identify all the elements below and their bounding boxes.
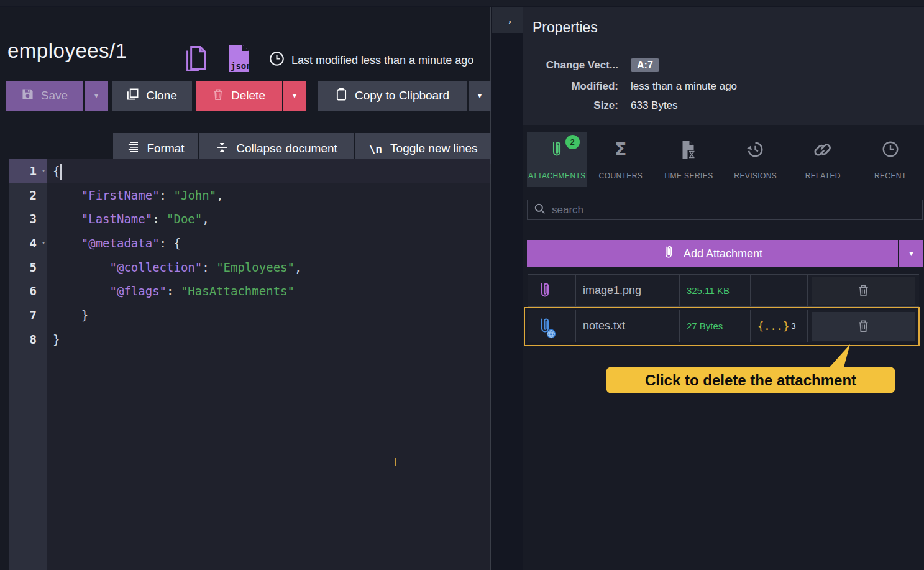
document-editor-section: employees/1 json Last modified less than… [0,7,491,570]
clipboard-icon [336,88,347,104]
tab-attachments[interactable]: ATTACHMENTS2 [527,132,587,187]
collapse-properties-panel-button[interactable]: → [492,7,523,33]
code-lines[interactable]: { "FirstName": "John", "LastName": "Doe"… [47,159,490,570]
save-button[interactable]: Save [6,81,83,111]
floppy-disk-icon [22,88,34,103]
code-line[interactable]: "LastName": "Doe", [47,207,490,231]
attachment-row[interactable]: notes.txt27 Bytes{...}3 [528,310,919,342]
properties-title: Properties [533,19,598,36]
json-code-editor[interactable]: 1▾234▾5678 { "FirstName": "John", "LastN… [0,159,490,570]
fold-caret-icon[interactable]: ▾ [42,159,45,183]
tab-label: RECENT [874,172,907,180]
change-vector-row: Change Vect... A:7 [533,59,918,71]
line-number: 1▾ [9,159,47,183]
properties-block: Properties Change Vect... A:7 Modified: … [523,7,924,125]
document-id-title: employees/1 [7,39,127,63]
paperclip-icon [549,140,564,162]
line-number: 7 [9,303,47,328]
tab-label: ATTACHMENTS [528,172,586,180]
attachment-search[interactable] [527,200,923,220]
clock-icon [269,51,285,70]
chevron-down-icon: ▾ [293,91,296,100]
code-line[interactable]: "FirstName": "John", [47,183,490,208]
paperclip-icon [662,244,675,264]
attachments-table: image1.png325.11 KBnotes.txt27 Bytes{...… [528,274,919,342]
gutter-lines: 1▾234▾5678 [9,159,47,570]
chevron-down-icon: ▾ [94,91,98,100]
line-number: 5 [9,255,47,280]
attachment-flags [750,275,807,306]
tab-label: REVISIONS [734,172,777,180]
document-view: employees/1 json Last modified less than… [0,0,924,570]
attachment-paperclip-icon [528,310,575,342]
code-line[interactable]: "@metadata": { [47,231,490,255]
trash-icon [213,88,224,104]
sigma-icon: Σ [615,140,626,159]
attachments-count-badge: 2 [565,135,580,149]
properties-panel: Properties Change Vect... A:7 Modified: … [523,7,924,570]
attachment-flags: {...}3 [750,310,807,342]
delete-attachment-button[interactable] [812,312,915,341]
text-cursor [60,164,62,180]
tab-related[interactable]: RELATED [789,132,856,187]
chevron-down-icon: ▾ [909,249,913,258]
fold-caret-icon[interactable]: ▾ [42,231,45,255]
last-modified-status: Last modified less than a minute ago [269,51,473,70]
code-line[interactable]: "@collection": "Employees", [47,255,490,280]
editor-cursor-artifact [395,458,396,466]
link-icon [814,140,832,161]
change-vector-badge[interactable]: A:7 [631,58,659,72]
code-line[interactable]: } [47,303,490,328]
tab-revisions[interactable]: REVISIONS [722,132,789,187]
arrow-right-icon: → [501,12,514,27]
json-file-icon: json [227,44,250,76]
revisions-icon [746,140,764,161]
clone-button[interactable]: Clone [112,81,192,111]
line-number: 2 [9,183,47,208]
copy-document-id-icon[interactable] [184,45,208,75]
tab-label: TIME SERIES [663,172,713,180]
attachment-row[interactable]: image1.png325.11 KB [528,274,919,307]
attachment-paperclip-icon [528,275,575,306]
line-number: 3 [9,207,47,231]
tab-time-series[interactable]: TIME SERIES [654,132,721,187]
delete-document-button[interactable]: Delete [196,81,282,111]
tab-recent[interactable]: RECENT [857,132,924,187]
divider [533,45,919,45]
newline-icon: \n [368,142,382,155]
code-line[interactable]: "@flags": "HasAttachments" [47,279,490,303]
modified-row: Modified: less than a minute ago [533,80,918,93]
attachment-size: 27 Bytes [679,310,750,342]
add-attachment-options-caret[interactable]: ▾ [899,240,923,267]
panel-tabs: ATTACHMENTS2ΣCOUNTERSTIME SERIESREVISION… [523,132,924,187]
line-number: 4▾ [9,231,47,255]
search-input[interactable] [552,204,900,216]
attachment-size: 325.11 KB [679,275,750,306]
timeseries-icon [680,140,696,162]
code-line[interactable]: { [47,159,490,183]
delete-attachment-callout: Click to delete the attachment [606,367,895,393]
tab-label: COUNTERS [599,172,643,180]
copy-options-caret[interactable]: ▾ [469,81,491,111]
top-bar [0,0,924,6]
clock-icon [882,140,899,160]
attachment-name[interactable]: image1.png [575,275,679,306]
size-row: Size: 633 Bytes [533,99,918,112]
globe-badge-icon [546,329,556,341]
tab-label: RELATED [805,172,841,180]
add-attachment-button[interactable]: Add Attachment [527,240,898,267]
save-options-caret[interactable]: ▾ [85,81,108,111]
code-line[interactable]: } [47,328,490,352]
attachment-name[interactable]: notes.txt [575,310,679,342]
chevron-down-icon: ▾ [478,91,482,100]
delete-attachment-button[interactable] [812,277,915,305]
tab-counters[interactable]: ΣCOUNTERS [587,132,654,187]
copy-to-clipboard-button[interactable]: Copy to Clipboard [318,81,467,111]
collapse-icon [216,141,228,157]
line-number: 6 [9,279,47,303]
delete-options-caret[interactable]: ▾ [283,81,306,111]
search-icon [534,203,546,217]
format-lines-icon [127,142,139,155]
svg-text:json: json [231,61,250,71]
clone-icon [127,88,139,103]
